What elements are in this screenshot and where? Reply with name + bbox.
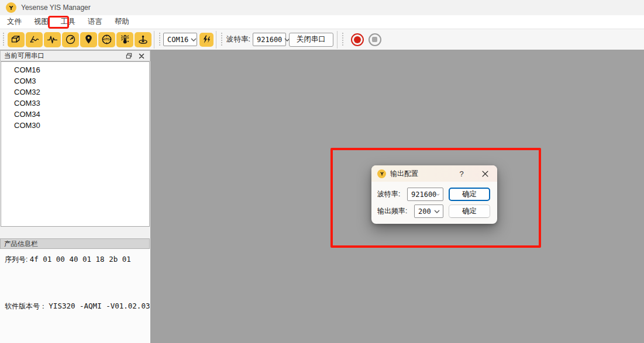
port-list-item[interactable]: COM32 bbox=[1, 86, 149, 98]
baud-rate-label: 波特率: bbox=[226, 34, 250, 44]
dialog-baud-select[interactable]: 921600 bbox=[407, 188, 443, 201]
utc-clock-icon-button[interactable]: UTC bbox=[98, 32, 115, 47]
thermometer-icon bbox=[119, 33, 131, 46]
port-list-item[interactable]: COM16 bbox=[1, 64, 149, 75]
titlebar: Yesense YIS Manager bbox=[0, 0, 644, 15]
dialog-close-button[interactable] bbox=[480, 171, 490, 177]
baud-rate-select[interactable]: 921600 bbox=[253, 33, 286, 46]
window-title: Yesense YIS Manager bbox=[21, 4, 91, 12]
product-info-title: 产品信息栏 bbox=[4, 240, 38, 248]
utc-clock-icon: UTC bbox=[101, 33, 113, 46]
dialog-baud-label: 波特率: bbox=[377, 188, 400, 201]
toolbar-drag-handle[interactable] bbox=[2, 33, 5, 47]
dialog-freq-select[interactable]: 200 bbox=[414, 205, 443, 218]
chevron-down-icon bbox=[436, 193, 440, 196]
barometer-icon-button[interactable] bbox=[135, 32, 151, 47]
baud-rate-value: 921600 bbox=[257, 36, 282, 44]
barometer-icon bbox=[137, 33, 149, 46]
menu-view[interactable]: 视图 bbox=[29, 15, 54, 29]
serial-port-dock-panel: 当前可用串口 COM16 COM3 COM32 COM33 COM34 COM3… bbox=[0, 50, 150, 343]
software-version-line: 软件版本号： YIS320 -AQMI -V01.02.03; bbox=[5, 302, 154, 311]
dialog-titlebar[interactable]: 输出配置 ? bbox=[371, 165, 497, 182]
toolbar-separator bbox=[216, 31, 216, 48]
dialog-freq-value: 200 bbox=[418, 207, 434, 216]
dock-title: 当前可用串口 bbox=[4, 51, 124, 60]
main-workspace: 输出配置 ? 波特率: 921600 确定 输出频率: 200 确定 bbox=[150, 50, 644, 343]
gauge-icon-button[interactable] bbox=[62, 32, 79, 47]
product-info-header: 产品信息栏 bbox=[0, 238, 150, 249]
menubar: 文件 视图 工具 语言 帮助 bbox=[0, 15, 644, 29]
close-icon bbox=[482, 171, 488, 177]
stop-button[interactable] bbox=[369, 33, 381, 46]
toolbar-drag-handle[interactable] bbox=[342, 33, 344, 47]
product-info-panel: 序列号: 4f 01 00 40 01 18 2b 01 软件版本号： YIS3… bbox=[0, 249, 150, 343]
record-icon bbox=[354, 36, 361, 43]
toolbar-drag-handle[interactable] bbox=[159, 33, 161, 47]
com-port-select[interactable]: COM16 bbox=[163, 33, 197, 46]
dialog-app-logo-icon bbox=[377, 169, 386, 178]
angle-wave-icon-button[interactable] bbox=[26, 32, 43, 47]
port-list-item[interactable]: COM33 bbox=[1, 98, 149, 109]
available-ports-list: COM16 COM3 COM32 COM33 COM34 COM30 bbox=[1, 61, 150, 227]
toolbar: UTC COM16 bbox=[0, 29, 644, 50]
menu-language[interactable]: 语言 bbox=[82, 15, 108, 29]
close-panel-icon[interactable] bbox=[137, 52, 146, 60]
com-port-value: COM16 bbox=[167, 36, 188, 44]
software-version-value: YIS320 -AQMI -V01.02.03; bbox=[49, 302, 154, 310]
menu-file[interactable]: 文件 bbox=[2, 15, 27, 29]
menu-help[interactable]: 帮助 bbox=[109, 15, 135, 29]
serial-number-label: 序列号: bbox=[5, 255, 27, 264]
chevron-down-icon bbox=[191, 38, 197, 41]
pulse-wave-icon-button[interactable] bbox=[44, 32, 61, 47]
cube-icon bbox=[10, 33, 22, 46]
thermometer-icon-button[interactable] bbox=[116, 32, 133, 47]
float-panel-icon[interactable] bbox=[124, 52, 133, 60]
toolbar-separator bbox=[154, 31, 154, 48]
port-list-item[interactable]: COM30 bbox=[1, 120, 149, 131]
location-pin-icon bbox=[82, 33, 95, 46]
port-list-item[interactable]: COM34 bbox=[1, 109, 149, 120]
angle-wave-icon bbox=[28, 33, 40, 46]
app-window: Yesense YIS Manager 文件 视图 工具 语言 帮助 bbox=[0, 0, 644, 343]
chevron-down-icon bbox=[434, 210, 440, 213]
location-pin-icon-button[interactable] bbox=[80, 32, 97, 47]
menu-tools[interactable]: 工具 bbox=[56, 15, 81, 29]
record-button[interactable] bbox=[351, 33, 364, 46]
toolbar-drag-handle[interactable] bbox=[221, 33, 223, 47]
app-logo-icon bbox=[6, 2, 16, 13]
double-lightning-icon bbox=[202, 34, 212, 44]
stop-icon bbox=[372, 37, 377, 42]
software-version-label: 软件版本号： bbox=[5, 302, 47, 310]
refresh-ports-button[interactable] bbox=[199, 33, 213, 47]
dialog-title: 输出配置 bbox=[390, 169, 456, 179]
dock-header: 当前可用串口 bbox=[0, 50, 150, 61]
dialog-baud-confirm-button[interactable]: 确定 bbox=[449, 188, 490, 201]
serial-number-value: 4f 01 00 40 01 18 2b 01 bbox=[30, 255, 131, 264]
dialog-freq-confirm-button[interactable]: 确定 bbox=[449, 205, 490, 218]
close-serial-port-button[interactable]: 关闭串口 bbox=[289, 33, 333, 47]
toolbar-separator bbox=[337, 31, 338, 48]
dialog-help-button[interactable]: ? bbox=[456, 169, 467, 178]
gauge-icon bbox=[64, 33, 77, 46]
dialog-freq-label: 输出频率: bbox=[377, 205, 407, 218]
output-config-dialog: 输出配置 ? 波特率: 921600 确定 输出频率: 200 确定 bbox=[371, 165, 497, 224]
pulse-wave-icon bbox=[46, 33, 58, 46]
svg-text:UTC: UTC bbox=[104, 38, 110, 41]
cube-icon-button[interactable] bbox=[8, 32, 25, 47]
port-list-item[interactable]: COM3 bbox=[1, 75, 149, 86]
serial-number-line: 序列号: 4f 01 00 40 01 18 2b 01 bbox=[5, 255, 131, 265]
dialog-baud-value: 921600 bbox=[411, 190, 436, 199]
